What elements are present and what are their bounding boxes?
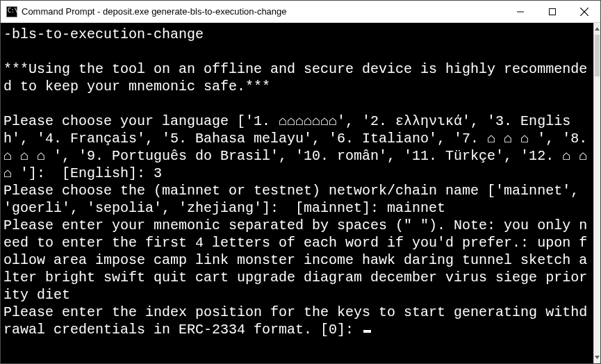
scroll-thumb[interactable]	[595, 35, 600, 76]
terminal-line: Please enter your mnemonic separated by …	[3, 217, 593, 304]
window-title: Command Prompt - deposit.exe generate-bl…	[22, 6, 504, 17]
terminal-prompt-line: Please enter the index position for the …	[3, 304, 593, 338]
terminal-line: Please choose the (mainnet or testnet) n…	[3, 182, 593, 217]
terminal-output[interactable]: -bls-to-execution-change ***Using the to…	[1, 23, 593, 363]
minimize-button[interactable]	[504, 1, 536, 22]
terminal-line: ***Using the tool on an offline and secu…	[3, 60, 593, 95]
scroll-down-button[interactable]	[594, 351, 600, 363]
cursor	[363, 330, 371, 333]
terminal-line	[3, 95, 593, 113]
svg-marker-5	[595, 356, 600, 359]
terminal-line: -bls-to-execution-change	[3, 26, 593, 43]
svg-rect-1	[550, 8, 556, 15]
terminal-line: Please choose your language ['1. ⌂⌂⌂⌂⌂⌂⌂…	[3, 113, 593, 182]
maximize-button[interactable]	[536, 1, 568, 22]
terminal-line	[3, 43, 593, 60]
svg-marker-4	[595, 27, 600, 31]
vertical-scrollbar[interactable]	[593, 23, 600, 363]
titlebar: Command Prompt - deposit.exe generate-bl…	[1, 1, 600, 23]
app-window: Command Prompt - deposit.exe generate-bl…	[0, 0, 601, 364]
client-area: -bls-to-execution-change ***Using the to…	[1, 23, 600, 363]
cmd-icon	[6, 6, 17, 17]
scroll-up-button[interactable]	[594, 23, 600, 35]
close-button[interactable]	[568, 1, 600, 22]
window-controls	[504, 1, 600, 22]
scroll-track[interactable]	[594, 35, 600, 351]
